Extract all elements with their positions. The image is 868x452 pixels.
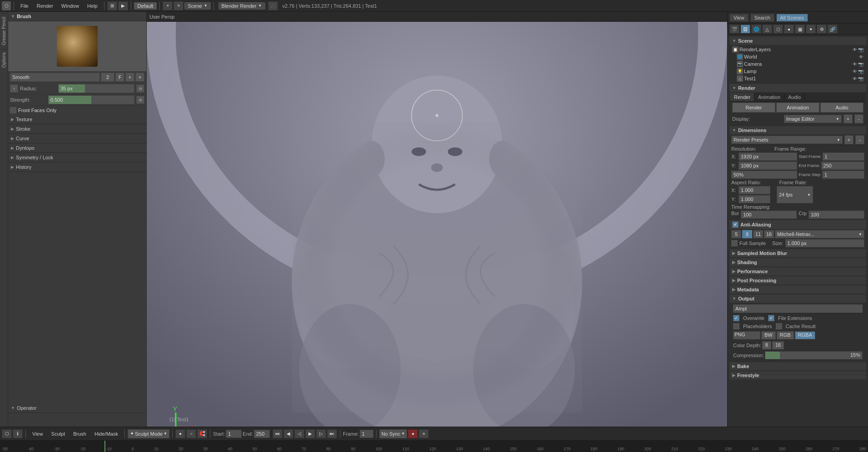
next-frame-btn[interactable]: ▷ — [316, 429, 326, 438]
compression-bar[interactable]: 15% — [765, 351, 863, 359]
freestyle-header[interactable]: ▶ Freestyle — [729, 371, 866, 379]
strength-bar[interactable]: 0.500 — [48, 95, 134, 104]
bake-header[interactable]: ▶ Bake — [729, 362, 866, 370]
render-audio-btn[interactable]: Audio — [820, 103, 863, 113]
aa-filter-dropdown[interactable]: Mitchell-Netrav... ▼ — [775, 230, 864, 238]
tex-icon-btn[interactable]: ▦ — [795, 25, 805, 34]
camera-cam[interactable]: 📷 — [858, 62, 863, 67]
render-layers-eye[interactable]: 👁 — [853, 47, 857, 52]
cam-icon[interactable]: 🎥 — [268, 1, 278, 10]
snap-btn[interactable]: 🧲 — [197, 429, 207, 438]
cache-result-checkbox[interactable] — [776, 323, 782, 329]
prev-frame-btn[interactable]: ◀ — [283, 429, 293, 438]
brush-minus-btn[interactable]: × — [135, 73, 144, 82]
lamp-cam[interactable]: 📷 — [858, 69, 863, 74]
viewport[interactable]: User Persp — [147, 12, 727, 427]
aa-header[interactable]: ✓ Anti-Aliasing — [729, 220, 866, 229]
brush-name-input[interactable] — [10, 73, 100, 82]
rgb-btn[interactable]: RGB — [777, 331, 794, 339]
dimensions-header[interactable]: ▼ Dimensions — [729, 126, 866, 134]
aa-5[interactable]: 5 — [731, 230, 741, 238]
bw-btn[interactable]: BW — [761, 331, 776, 339]
sculpt-menu[interactable]: Sculpt — [48, 430, 69, 437]
world-eye[interactable]: 👁 — [859, 54, 863, 59]
mat-icon-btn[interactable]: ● — [784, 25, 794, 34]
display-dropdown[interactable]: Image Editor ▼ — [784, 115, 842, 123]
render-animation-btn[interactable]: Animation — [776, 103, 819, 113]
play-btn[interactable]: ▶ — [305, 429, 315, 438]
radius-lock-icon[interactable]: ○ — [10, 84, 18, 93]
menu-render[interactable]: Render — [33, 2, 57, 10]
render-section-header[interactable]: ▼ Render — [729, 84, 866, 92]
symmetry-section[interactable]: ▶ Symmetry / Lock — [8, 153, 146, 162]
test1-cam[interactable]: 📷 — [858, 76, 863, 81]
mode-selector[interactable]: ✦ Sculpt Mode ▼ — [128, 429, 169, 438]
end-frame-input[interactable]: 250 — [821, 162, 864, 170]
camera-eye[interactable]: 👁 — [853, 62, 857, 67]
sync-selector[interactable]: No Sync ▼ — [379, 429, 407, 438]
render-presets-dropdown[interactable]: Render Presets ▼ — [731, 136, 843, 144]
render-layers-item[interactable]: 📋 RenderLayers 👁 📷 — [731, 46, 864, 53]
bottom-icon[interactable]: ⬡ — [2, 429, 12, 438]
motion-blur-header[interactable]: ▶ Sampled Motion Blur — [729, 249, 866, 257]
frame-step-input[interactable]: 1 — [822, 171, 864, 179]
depth-16-btn[interactable]: 16 — [772, 341, 784, 349]
play-reverse-btn[interactable]: ◁ — [294, 429, 304, 438]
brush-preview[interactable] — [8, 21, 146, 71]
old-input[interactable]: 100 — [741, 211, 797, 219]
animation-tab[interactable]: Animation — [754, 93, 784, 101]
world-item[interactable]: 🌐 World 👁 — [731, 53, 864, 60]
render-icon[interactable]: ▶ — [118, 1, 128, 10]
presets-plus[interactable]: + — [844, 135, 853, 144]
scene-icon-btn[interactable]: 🎬 — [729, 25, 739, 34]
add-scene-icon[interactable]: + — [163, 1, 173, 10]
radius-icon[interactable]: ⊙ — [136, 84, 144, 93]
new-input[interactable]: 100 — [808, 211, 864, 219]
view-btn[interactable]: View — [729, 14, 749, 22]
output-header[interactable]: ▼ Output — [729, 295, 866, 303]
obj-icon-btn[interactable]: △ — [762, 25, 772, 34]
full-sample-checkbox[interactable] — [731, 240, 738, 246]
aspect-x-input[interactable]: 1.000 — [739, 186, 770, 194]
rgba-btn[interactable]: RGBA — [795, 331, 815, 339]
png-dropdown[interactable]: PNG — [733, 331, 760, 339]
mesh-icon-btn[interactable]: ⬡ — [773, 25, 783, 34]
presets-minus[interactable]: - — [855, 135, 864, 144]
jump-end-btn[interactable]: ⏭ — [327, 429, 337, 438]
scene-select[interactable]: Scene ▼ — [184, 2, 210, 10]
res-pct-input[interactable]: 50% — [731, 171, 797, 179]
size-input[interactable]: 1.000 px — [785, 239, 864, 247]
display-minus-btn[interactable]: - — [854, 114, 863, 123]
hidemask-menu[interactable]: Hide/Mask — [91, 430, 122, 437]
performance-header[interactable]: ▶ Performance — [729, 267, 866, 275]
display-plus-btn[interactable]: + — [843, 114, 853, 123]
camera-item[interactable]: 📷 Camera 👁 📷 — [731, 60, 864, 68]
start-frame-input[interactable]: 1 — [823, 152, 864, 161]
framerate-dropdown[interactable]: 24 fps ▼ — [777, 186, 813, 203]
timeline-strip[interactable]: -50 -40 -30 -20 -10 0 — [0, 440, 868, 452]
operator-section-header[interactable]: ▼ Operator — [8, 403, 146, 413]
brush-f-btn[interactable]: F — [115, 73, 124, 82]
audio-tab[interactable]: Audio — [784, 93, 805, 101]
physics-icon-btn[interactable]: ⚙ — [817, 25, 827, 34]
all-scenes-btn[interactable]: All Scenes — [776, 14, 808, 22]
depth-8-btn[interactable]: 8 — [762, 341, 771, 349]
particle-icon-btn[interactable]: ✦ — [806, 25, 816, 34]
view-menu-bottom[interactable]: View — [29, 430, 47, 437]
render-tab[interactable]: Render — [730, 93, 754, 101]
placeholders-checkbox[interactable] — [733, 323, 739, 329]
grease-pencil-tab[interactable]: Grease Pencil — [0, 14, 7, 48]
aa-16[interactable]: 16 — [764, 230, 774, 238]
aa-11[interactable]: 11 — [753, 230, 763, 238]
menu-help[interactable]: Help — [84, 2, 101, 10]
metadata-header[interactable]: ▶ Metadata — [729, 285, 866, 294]
render-engine-select[interactable]: Blender Render ▼ — [218, 2, 265, 10]
proportional-btn[interactable]: ○ — [186, 429, 196, 438]
constraint-icon-btn[interactable]: 🔗 — [828, 25, 838, 34]
shading-header[interactable]: ▶ Shading — [729, 258, 866, 266]
radius-bar[interactable]: 35 px — [58, 84, 134, 93]
front-faces-checkbox[interactable] — [10, 107, 16, 113]
file-ext-checkbox[interactable]: ✓ — [768, 315, 774, 321]
lamp-eye[interactable]: 👁 — [853, 69, 857, 74]
test1-item[interactable]: △ Test1 👁 📷 — [731, 75, 864, 82]
